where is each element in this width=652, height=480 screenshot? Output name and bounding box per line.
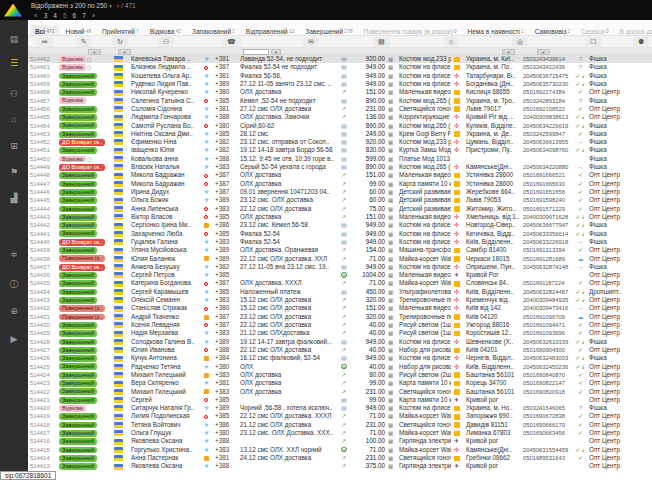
table-row[interactable]: 514442ЗавершенийСергіонко Ірина Ми..+386… xyxy=(28,221,652,229)
table-row[interactable]: 514421ЗавершенийСергей+385▤99.00▦Карта п… xyxy=(28,396,652,404)
table-row[interactable]: 514429ЗавершенийНадія Мерзаєва✳+38321.12… xyxy=(28,329,652,337)
comment-col-icon[interactable]: ✉ xyxy=(303,37,319,47)
table-row[interactable]: 514420ВідмоваСитарчук Наталія Гр..✳+389Ч… xyxy=(28,404,652,412)
table-row[interactable]: 514450Відмова◷Ковальова анна✳+38815.12. … xyxy=(28,155,652,163)
table-row[interactable]: 514428ЗавершенийСолодкова Галина В..✳+38… xyxy=(28,338,652,346)
table-row[interactable]: 514457ВідмоваСалегина Татьяна С..+385Кем… xyxy=(28,97,652,105)
table-row[interactable]: 514418ЗавершенийТетяна Войтович✳+38621.1… xyxy=(28,421,652,429)
phone-col-icon[interactable]: ☎ xyxy=(222,37,241,47)
table-row[interactable]: 514416ЗавершенийЯковлева Оксана✳+388↗100… xyxy=(28,437,652,445)
orders-icon[interactable]: ☰ xyxy=(0,57,28,69)
table-row[interactable]: 514436ЗавершенийСергей Петров✳+385₴1004.… xyxy=(28,271,652,279)
table-row[interactable]: 514431Повернення (з..Андрій Ткаченко+387… xyxy=(28,313,652,321)
status-sort-icon[interactable]: ≔ xyxy=(36,37,53,47)
location-col-icon[interactable]: ◎ xyxy=(512,37,528,47)
chevron-down-icon[interactable]: ▾ xyxy=(109,3,112,9)
video-icon[interactable]: ▶ xyxy=(0,333,28,345)
table-row[interactable]: 514414ЗавершенийАнна Пастернак+38124.12 … xyxy=(28,454,652,462)
table-row[interactable]: 514446ЗавершенийИрина Дидух✳+38709.01 зв… xyxy=(28,188,652,196)
product-col-icon[interactable]: ⌂ xyxy=(444,37,458,47)
location-filter[interactable]: ▾ xyxy=(537,49,550,55)
page-number-7[interactable]: 7 xyxy=(82,12,86,19)
table-row[interactable]: 514413ЗавершенийЯковлева Оксана✳+388↗375… xyxy=(28,462,652,470)
tab-all[interactable]: Всі471 xyxy=(30,25,59,36)
tab-status-10[interactable]: Сервіси0 xyxy=(576,25,613,36)
phone-filter-dd[interactable]: ▾ xyxy=(271,49,281,55)
campaigns-icon[interactable]: ⚑ xyxy=(0,166,28,178)
table-row[interactable]: 514447ЗавершенийМикола Бадражан+387ОЛХ д… xyxy=(28,180,652,188)
table-row[interactable]: 514445ЗавершенийОльга Божик✳+38923.12 см… xyxy=(28,196,652,204)
last-page-button[interactable]: » xyxy=(92,12,96,19)
table-row[interactable]: 514454ЗавершенийСамотій Руслана Во..+380… xyxy=(28,122,652,130)
table-row[interactable]: 514456ЗавершенийСоломія Сідоніна✳+38127.… xyxy=(28,105,652,113)
table-row[interactable]: 514460ЗавершенийКошелева Ольга Ар..✳+381… xyxy=(28,72,652,80)
cart-icon[interactable]: ⊞ xyxy=(0,140,28,152)
table-row[interactable]: 514422ЗавершенийМихаил Гилецький+383ОЛХ … xyxy=(28,388,652,396)
page-number-3[interactable]: 3 xyxy=(44,12,48,19)
manager-col-icon[interactable]: ⚉ xyxy=(633,37,649,47)
warehouse-icon[interactable]: ⌂ xyxy=(0,113,28,125)
tab-status-11[interactable]: В дорозі додому0 xyxy=(615,25,652,36)
phone-filter-input[interactable] xyxy=(243,49,269,55)
table-row[interactable]: 514451ЗавершенийІващенко Юлія✳+38219.12 … xyxy=(28,146,652,154)
table-row[interactable]: 514419ЗавершенийЛилия Подолинская+38522.… xyxy=(28,412,652,420)
table-row[interactable]: 514434ЗавершенийСергей Карамышев✳+385Нал… xyxy=(28,288,652,296)
table-row[interactable]: 514462Відмова◷Каневська Тамара ..✳+381Ла… xyxy=(28,55,652,63)
table-row[interactable]: 514423ЗавершенийВера Скляренко✳+381ОЛХ д… xyxy=(28,379,652,387)
payment-col-icon[interactable]: ▤ xyxy=(373,37,390,47)
table-row[interactable]: 514452ДО Возврат ок..Єфименко Ніна✳+3822… xyxy=(28,138,652,146)
table-row[interactable]: 514425ЗавершенийРадченко Тетяна✳+380ОЛХ₴… xyxy=(28,363,652,371)
settings-sliders-icon[interactable]: ≑ xyxy=(0,248,28,260)
app-logo-icon[interactable] xyxy=(4,4,22,17)
first-page-button[interactable]: « xyxy=(34,12,38,19)
dashboard-icon[interactable]: ▤ xyxy=(0,33,28,45)
table-row[interactable]: 514438Повернення (з..Юлия Баланюк+38922.… xyxy=(28,255,652,263)
tab-status-2[interactable]: Прийнятий7 xyxy=(97,25,144,36)
tab-status-1[interactable]: Новий48 xyxy=(60,25,96,36)
page-number-5[interactable]: 5 xyxy=(63,12,67,19)
page-number-4[interactable]: 4 xyxy=(53,12,57,19)
page-number-6[interactable]: 6 xyxy=(73,12,77,19)
table-row[interactable]: 514453ЗавершенийНікітіна Оксана Дми..✳+3… xyxy=(28,130,652,138)
table-row[interactable]: 514433ЗавершенийОлексій Семанін✳+38315.1… xyxy=(28,296,652,304)
table-row[interactable]: 514432Повернення (з..Станіслав Стрижак+3… xyxy=(28,304,652,312)
status-filter[interactable]: ▾ xyxy=(88,49,101,55)
tab-status-6[interactable]: Завершений278 xyxy=(300,25,357,36)
table-row[interactable]: 514441ЗавершенийЗахарченко Люба+385Фиалк… xyxy=(28,230,652,238)
table-row[interactable]: 514449ДО Возврат ок..Власюк Наталья✳+383… xyxy=(28,163,652,171)
info-icon[interactable]: ⓘ xyxy=(0,278,28,290)
refresh-icon[interactable]: ↻ xyxy=(112,37,128,47)
table-row[interactable]: 514439ЗавершенийУляна Мусійовська✳+389ОЛ… xyxy=(28,246,652,254)
tab-status-8[interactable]: Нема в наявності1 xyxy=(463,25,529,36)
table-row[interactable]: 514426ЗавершенийКучук Антонина+38416.12 … xyxy=(28,354,652,362)
table-row[interactable]: 514444ЗавершенийАнна Липенська+38322.12 … xyxy=(28,205,652,213)
globe-icon[interactable]: ⊕ xyxy=(0,305,28,317)
table-row[interactable]: 514435ЗавершенийКатерина Богданова+387ОЛ… xyxy=(28,279,652,287)
tab-status-5[interactable]: Відправлений12 xyxy=(241,25,299,36)
table-row[interactable]: 514430ЗавершенийКсенія Левадняя+38722.12… xyxy=(28,321,652,329)
table-row[interactable]: 514424ЗавершенийМихаил Гилецький+383ОЛХ … xyxy=(28,371,652,379)
tab-status-4[interactable]: Запакований1 xyxy=(187,25,240,36)
table-row[interactable]: 514415ЗавершенийГоргулько Христина..✳+38… xyxy=(28,446,652,454)
table-row[interactable]: 514437ДО Возврат ок..Анжела Безушку✳+382… xyxy=(28,263,652,271)
channel-filter[interactable]: ▾ xyxy=(118,49,131,55)
table-row[interactable]: 514443ЗавершенийВіктор Власов+385ОЛХ дос… xyxy=(28,213,652,221)
table-row[interactable]: 514459ЗавершенийРуденко Лидия Пав..✳+389… xyxy=(28,80,652,88)
table-row[interactable]: 514448ЗавершенийМикола Бадражан+387ОЛХ д… xyxy=(28,171,652,179)
table-row[interactable]: 514461Відмова◷Близнюк Людмила ..+387Фиал… xyxy=(28,63,652,71)
tab-status-7[interactable]: Повернення товару (в дорозі)0 xyxy=(358,25,461,36)
table-row[interactable]: 514458ЗавершенийНиколай Кучеренко✳+380ОЛ… xyxy=(28,88,652,96)
table-row[interactable]: 514455ЗавершенийЛюдмила Гончарова✳+388ОЛ… xyxy=(28,113,652,121)
operator-cell: ✳ xyxy=(204,429,212,437)
customers-col-icon[interactable]: ⚇ xyxy=(158,37,174,47)
reports-icon[interactable]: ▟ xyxy=(0,192,28,204)
customers-icon[interactable]: ⚇ xyxy=(0,88,28,100)
tab-status-3[interactable]: Відмова42 xyxy=(145,25,186,36)
product-filter[interactable]: ▾ xyxy=(502,49,515,55)
tab-status-9[interactable]: Самовивіз2 xyxy=(530,25,575,36)
edit-icon[interactable]: ✎ xyxy=(76,37,92,47)
table-row[interactable]: 514427ЗавершенийЮлия Иванова+38822.12 см… xyxy=(28,346,652,354)
tracking-col-icon[interactable]: ☐ xyxy=(585,37,601,47)
table-row[interactable]: 514440ДО Возврат ок..Гуцалюк Галина✳+383… xyxy=(28,238,652,246)
table-row[interactable]: 514417ЗавершенийОльга Глущук✳+38023.12 с… xyxy=(28,429,652,437)
